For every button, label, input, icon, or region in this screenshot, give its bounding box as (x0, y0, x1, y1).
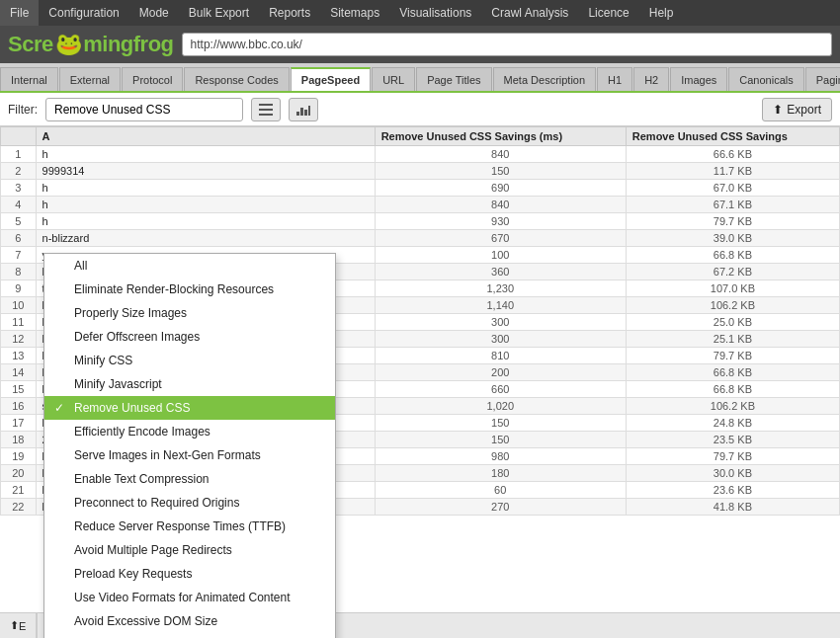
chart-view-button[interactable] (289, 98, 318, 121)
dropdown-item[interactable]: Avoid Multiple Page Redirects (44, 538, 335, 562)
table-row[interactable]: 6 n-blizzard 670 39.0 KB (1, 230, 840, 247)
tab-pagespeed[interactable]: PageSpeed (291, 67, 371, 91)
row-ms: 840 (375, 197, 626, 213)
filter-dropdown-overlay: AllEliminate Render-Blocking ResourcesPr… (43, 253, 336, 638)
row-kb: 79.7 KB (626, 448, 839, 465)
list-view-button[interactable] (251, 98, 281, 121)
row-num: 22 (1, 499, 37, 516)
dropdown-item-label: Properly Size Images (74, 306, 187, 320)
menu-sitemaps[interactable]: Sitemaps (320, 0, 389, 26)
row-ms: 60 (375, 482, 626, 499)
tab-protocol[interactable]: Protocol (122, 67, 183, 91)
tab-pagination[interactable]: Pagination (805, 67, 840, 91)
col-num (1, 127, 37, 146)
filter-row: Filter: All Eliminate Render-Blocking Re… (0, 93, 840, 126)
menu-licence[interactable]: Licence (578, 0, 638, 26)
dropdown-item-label: Preconnect to Required Origins (74, 496, 239, 510)
menu-bulk-export[interactable]: Bulk Export (179, 0, 259, 26)
dropdown-item[interactable]: Efficiently Encode Images (44, 420, 335, 443)
tab-meta-description[interactable]: Meta Description (493, 67, 597, 91)
export-button[interactable]: ⬆ Export (762, 98, 832, 121)
dropdown-item[interactable]: Use Video Formats for Animated Content (44, 586, 335, 609)
row-ms: 300 (375, 331, 626, 348)
row-kb: 66.8 KB (626, 381, 839, 398)
row-kb: 41.8 KB (626, 499, 839, 516)
row-ms: 1,140 (375, 297, 626, 314)
menu-visualisations[interactable]: Visualisations (389, 0, 481, 26)
dropdown-item[interactable]: Avoid Excessive DOM Size (44, 609, 335, 633)
dropdown-item[interactable]: Defer Offscreen Images (44, 325, 335, 349)
row-url: h (36, 213, 375, 230)
row-kb: 67.0 KB (626, 180, 839, 197)
row-num: 9 (1, 280, 37, 297)
dropdown-item[interactable]: Minify CSS (44, 349, 335, 372)
dropdown-item[interactable]: Minify Javascript (44, 372, 335, 396)
export-label: Export (787, 103, 821, 117)
dropdown-item[interactable]: Preconnect to Required Origins (44, 491, 335, 515)
row-ms: 840 (375, 146, 626, 163)
dropdown-item-label: Eliminate Render-Blocking Resources (74, 282, 274, 296)
col-savings-kb: Remove Unused CSS Savings (626, 127, 839, 146)
menu-bar: File Configuration Mode Bulk Export Repo… (0, 0, 840, 26)
dropdown-item[interactable]: ✓Remove Unused CSS (44, 396, 335, 420)
dropdown-item[interactable]: Serve Images in Next-Gen Formats (44, 443, 335, 467)
tab-external[interactable]: External (59, 67, 121, 91)
table-row[interactable]: 2 9999314 150 11.7 KB (1, 163, 840, 180)
menu-help[interactable]: Help (639, 0, 684, 26)
dropdown-item-label: Minify Javascript (74, 377, 162, 391)
row-ms: 810 (375, 348, 626, 364)
row-num: 19 (1, 448, 37, 465)
filter-select-wrapper: All Eliminate Render-Blocking Resources … (45, 98, 243, 121)
row-ms: 180 (375, 465, 626, 482)
menu-reports[interactable]: Reports (259, 0, 320, 26)
row-url: 9999314 (36, 163, 375, 180)
table-row[interactable]: 3 h 690 67.0 KB (1, 180, 840, 197)
bottom-export-button[interactable]: ⬆ E (0, 613, 37, 638)
dropdown-item[interactable]: All (44, 254, 335, 278)
tab-canonicals[interactable]: Canonicals (728, 67, 803, 91)
menu-mode[interactable]: Mode (129, 0, 179, 26)
tab-h2[interactable]: H2 (633, 67, 669, 91)
menu-file[interactable]: File (0, 0, 39, 26)
url-bar[interactable] (182, 33, 832, 56)
row-ms: 270 (375, 499, 626, 516)
dropdown-item[interactable]: Eliminate Render-Blocking Resources (44, 278, 335, 301)
export-icon: ⬆ (773, 103, 783, 117)
row-ms: 150 (375, 432, 626, 448)
col-savings-ms: Remove Unused CSS Savings (ms) (375, 127, 626, 146)
tab-internal[interactable]: Internal (0, 67, 58, 91)
filter-dropdown[interactable]: All Eliminate Render-Blocking Resources … (45, 98, 243, 121)
row-kb: 25.0 KB (626, 314, 839, 331)
dropdown-item-label: Remove Unused CSS (74, 401, 190, 415)
row-num: 13 (1, 348, 37, 364)
row-kb: 106.2 KB (626, 398, 839, 415)
dropdown-item-label: All (74, 259, 87, 273)
menu-crawl-analysis[interactable]: Crawl Analysis (481, 0, 578, 26)
tab-url[interactable]: URL (372, 67, 415, 91)
svg-rect-5 (304, 110, 307, 116)
dropdown-item[interactable]: Reduce Server Response Times (TTFB) (44, 515, 335, 538)
row-num: 6 (1, 230, 37, 247)
row-kb: 106.2 KB (626, 297, 839, 314)
row-kb: 66.8 KB (626, 247, 839, 264)
row-num: 14 (1, 364, 37, 381)
row-kb: 107.0 KB (626, 280, 839, 297)
dropdown-item[interactable]: Preload Key Requests (44, 562, 335, 586)
dropdown-item[interactable]: Properly Size Images (44, 301, 335, 325)
menu-configuration[interactable]: Configuration (39, 0, 128, 26)
dropdown-item-label: Minify CSS (74, 354, 132, 367)
app-logo: Scre🐸mingfrog (8, 32, 174, 57)
tab-page-titles[interactable]: Page Titles (416, 67, 491, 91)
dropdown-item[interactable]: Reduce JavaScript Execution Time (44, 633, 335, 638)
table-row[interactable]: 4 h 840 67.1 KB (1, 197, 840, 213)
tab-h1[interactable]: H1 (597, 67, 632, 91)
tab-response-codes[interactable]: Response Codes (184, 67, 289, 91)
table-row[interactable]: 5 h 930 79.7 KB (1, 213, 840, 230)
tab-images[interactable]: Images (670, 67, 727, 91)
svg-rect-1 (259, 109, 273, 111)
dropdown-item[interactable]: Enable Text Compression (44, 467, 335, 491)
svg-rect-3 (296, 112, 299, 116)
row-url: h (36, 197, 375, 213)
row-num: 18 (1, 432, 37, 448)
table-row[interactable]: 1 h 840 66.6 KB (1, 146, 840, 163)
